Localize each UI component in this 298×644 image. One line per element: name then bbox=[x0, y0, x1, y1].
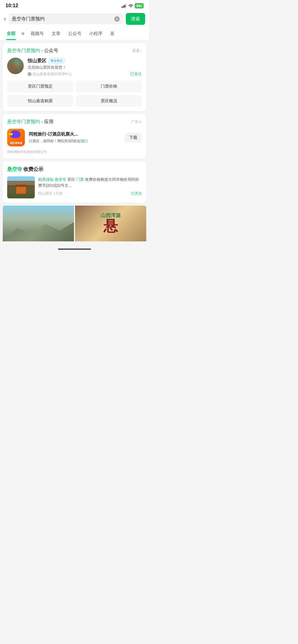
signal-icon bbox=[122, 4, 127, 8]
tab-bar: 全部 ≡ 视频号 文章 公众号 小程序 直 bbox=[0, 28, 149, 40]
app-desc-text: 订酒店，就同程！网红民宿5折起 bbox=[29, 139, 81, 143]
more-arrow-1: › bbox=[140, 48, 142, 53]
section-suffix-2: - 应用 bbox=[41, 119, 54, 124]
content-area: 悬空寺门票预约 - 公众号 更多 › 恒山景区 事业单位 北岳恒山景区欢迎您！ bbox=[0, 40, 149, 244]
app-beak bbox=[9, 133, 13, 135]
verified-check: ✓ bbox=[28, 73, 31, 76]
app-icon-text: 国庆单单返 bbox=[9, 141, 23, 145]
article-keyword: 悬空寺 bbox=[7, 166, 22, 172]
official-badge: 事业单位 bbox=[49, 58, 65, 64]
article-text: 购票须知 悬空寺 景区 门票 收费价格根据大同市物价局同价费字[2010]32号… bbox=[38, 176, 142, 189]
right-text-line2: 悬 bbox=[101, 218, 121, 234]
app-icon[interactable]: 国庆单单返 bbox=[7, 129, 25, 146]
app-row: 国庆单单返 同程旅行-订酒店机票火... 订酒店，就同程！网红民宿5折起预订 下… bbox=[7, 129, 142, 146]
article-title: 悬空寺 收费公示 bbox=[7, 166, 142, 173]
menu-item-0[interactable]: 景区门票预定 bbox=[7, 80, 73, 92]
article-thumbnail[interactable] bbox=[7, 176, 35, 198]
avatar[interactable] bbox=[7, 58, 24, 74]
article-follow-button[interactable]: 已关注 bbox=[131, 191, 142, 196]
download-button[interactable]: 下载 bbox=[125, 133, 142, 142]
tab-all[interactable]: 全部 bbox=[3, 28, 19, 40]
section-title-2: 悬空寺门票预约 - 应用 bbox=[7, 118, 54, 125]
status-icons: 64+ bbox=[122, 3, 143, 8]
tab-article[interactable]: 文章 bbox=[48, 28, 64, 40]
account-name: 恒山景区 bbox=[28, 58, 46, 64]
avatar-image bbox=[7, 58, 24, 74]
verified-name: 恒山风景名胜区管理中心 bbox=[33, 72, 72, 77]
ad-arrow: ∨ bbox=[139, 120, 142, 124]
account-desc: 北岳恒山景区欢迎您！ bbox=[28, 65, 142, 70]
section-article: 悬空寺 收费公示 购票须知 悬空寺 景区 门票 收费价格根据大同市物价局同价费字… bbox=[3, 161, 146, 203]
account-verified: ✓ 恒山风景名胜区管理中心 bbox=[28, 72, 72, 77]
app-desc-highlight: 预订 bbox=[81, 139, 88, 143]
verified-icon: ✓ bbox=[28, 72, 31, 76]
section-suffix-1: - 公众号 bbox=[41, 48, 58, 53]
article-text-keyword1: 购票须知 bbox=[38, 177, 54, 182]
menu-grid: 景区门票预定 门票价格 恒山索道购票 景区概况 bbox=[7, 80, 142, 107]
article-text-kw1: 悬空寺 bbox=[55, 177, 66, 182]
search-input-wrap[interactable]: 悬空寺门票预约 × bbox=[9, 14, 123, 24]
app-company: 同程网络科技股份有限公司 bbox=[7, 150, 142, 154]
more-label-1: 更多 bbox=[132, 48, 140, 53]
ad-label: 广告 bbox=[131, 119, 139, 124]
section-keyword-2: 悬空寺门票预约 bbox=[7, 119, 40, 124]
account-row: 恒山景区 事业单位 北岳恒山景区欢迎您！ ✓ 恒山风景名胜区管理中心 已关注 bbox=[7, 58, 142, 77]
bottom-image-left[interactable] bbox=[3, 206, 74, 241]
bottom-image-right[interactable]: 山西浑源 悬 bbox=[75, 206, 146, 241]
menu-item-1[interactable]: 门票价格 bbox=[76, 80, 142, 92]
follow-button[interactable]: 已关注 bbox=[130, 72, 142, 77]
app-info: 同程旅行-订酒店机票火... 订酒店，就同程！网红民宿5折起预订 bbox=[29, 131, 121, 144]
right-text-line1: 山西浑源 bbox=[101, 213, 121, 219]
tab-video[interactable]: 视频号 bbox=[27, 28, 48, 40]
article-source: 恒山景区 1天前 bbox=[38, 191, 63, 196]
status-bar: 10:12 64+ bbox=[0, 0, 149, 10]
source-time: 1天前 bbox=[54, 191, 63, 195]
section-app: 悬空寺门票预约 - 应用 广告 ∨ 国庆单单返 同程旅行-订酒店机票火... 订… bbox=[3, 114, 146, 159]
account-info: 恒山景区 事业单位 北岳恒山景区欢迎您！ ✓ 恒山风景名胜区管理中心 已关注 bbox=[28, 58, 142, 77]
section-official-account: 悬空寺门票预约 - 公众号 更多 › 恒山景区 事业单位 北岳恒山景区欢迎您！ bbox=[3, 43, 146, 111]
mountain-silhouette bbox=[3, 220, 74, 241]
tab-live[interactable]: 直 bbox=[106, 28, 118, 40]
section-title-1: 悬空寺门票预约 - 公众号 bbox=[7, 47, 58, 54]
bottom-images: 山西浑源 悬 bbox=[3, 206, 146, 241]
search-bar: ‹ 悬空寺门票预约 × 搜索 bbox=[0, 10, 149, 28]
account-sub-row: ✓ 恒山风景名胜区管理中心 已关注 bbox=[28, 72, 142, 77]
source-name: 恒山景区 bbox=[38, 191, 52, 195]
article-title-suffix: 收费公示 bbox=[23, 166, 43, 172]
menu-item-2[interactable]: 恒山索道购票 bbox=[7, 95, 73, 107]
section-header-2: 悬空寺门票预约 - 应用 广告 ∨ bbox=[7, 118, 142, 125]
status-time: 10:12 bbox=[6, 3, 18, 9]
section-keyword-1: 悬空寺门票预约 bbox=[7, 48, 40, 53]
search-button[interactable]: 搜索 bbox=[126, 13, 145, 25]
back-button[interactable]: ‹ bbox=[4, 15, 6, 23]
article-text-mid: 景区 bbox=[67, 177, 75, 182]
home-indicator bbox=[0, 246, 149, 252]
app-icon-inner: 国庆单单返 bbox=[7, 129, 25, 146]
account-name-row: 恒山景区 事业单位 bbox=[28, 58, 142, 64]
article-meta: 恒山景区 1天前 已关注 bbox=[38, 191, 142, 196]
tab-mini[interactable]: 小程序 bbox=[85, 28, 106, 40]
temple-structure bbox=[11, 185, 31, 196]
ad-tag[interactable]: 广告 ∨ bbox=[131, 119, 142, 124]
app-name: 同程旅行-订酒店机票火... bbox=[29, 131, 121, 137]
right-image-text: 山西浑源 悬 bbox=[101, 213, 121, 234]
temple-roof bbox=[15, 185, 26, 187]
battery-badge: 64+ bbox=[135, 3, 143, 8]
app-desc: 订酒店，就同程！网红民宿5折起预订 bbox=[29, 138, 121, 144]
wifi-icon bbox=[128, 4, 134, 8]
tab-official[interactable]: 公众号 bbox=[64, 28, 85, 40]
article-row: 购票须知 悬空寺 景区 门票 收费价格根据大同市物价局同价费字[2010]32号… bbox=[7, 176, 142, 198]
menu-item-3[interactable]: 景区概况 bbox=[76, 95, 142, 107]
article-content: 购票须知 悬空寺 景区 门票 收费价格根据大同市物价局同价费字[2010]32号… bbox=[38, 176, 142, 198]
more-button-1[interactable]: 更多 › bbox=[132, 48, 142, 53]
home-bar bbox=[58, 249, 91, 250]
clear-button[interactable]: × bbox=[114, 16, 120, 22]
section-header-1: 悬空寺门票预约 - 公众号 更多 › bbox=[7, 47, 142, 54]
temple-body bbox=[16, 187, 26, 194]
search-input[interactable]: 悬空寺门票预约 bbox=[12, 16, 112, 22]
article-text-kw2: 门票 bbox=[76, 177, 84, 182]
filter-icon[interactable]: ≡ bbox=[19, 28, 27, 40]
